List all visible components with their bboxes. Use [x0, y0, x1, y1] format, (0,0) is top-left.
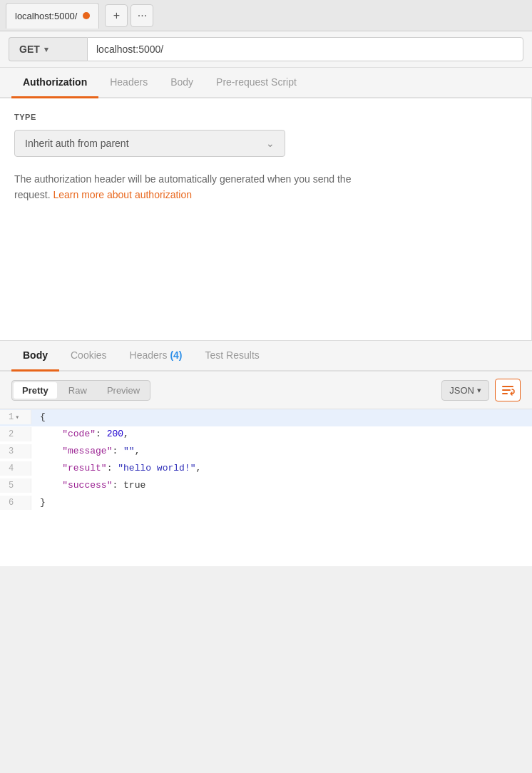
json-format-selector[interactable]: JSON ▾ — [441, 380, 489, 401]
code-line-5: 5 "success": true — [0, 478, 532, 495]
collapse-arrow-icon[interactable]: ▾ — [15, 413, 19, 421]
browser-tab[interactable]: localhost:5000/ — [6, 3, 99, 29]
resp-tab-body-label: Body — [23, 349, 48, 361]
line-num-3: 3 — [0, 444, 31, 459]
code-body: 1 ▾ { 2 "code": 200, 3 "message": "", 4 … — [0, 409, 532, 566]
code-line-4: 4 "result": "hello world!", — [0, 461, 532, 478]
format-pretty-label: Pretty — [22, 385, 48, 396]
auth-info-text: The authorization header will be automat… — [14, 171, 371, 203]
svg-rect-1 — [502, 389, 511, 391]
url-input[interactable] — [87, 37, 523, 61]
response-tabs: Body Cookies Headers (4) Test Results — [0, 341, 532, 372]
tab-dot-indicator — [83, 12, 90, 19]
tab-prerequest[interactable]: Pre-request Script — [205, 68, 308, 98]
more-options-button[interactable]: ··· — [131, 4, 153, 27]
tab-headers[interactable]: Headers — [98, 68, 159, 98]
type-label: TYPE — [14, 113, 518, 121]
tab-body[interactable]: Body — [159, 68, 205, 98]
headers-count-badge: (4) — [170, 349, 182, 361]
wrap-icon — [501, 383, 515, 397]
tab-actions: + ··· — [105, 4, 153, 27]
line-num-2: 2 — [0, 427, 31, 441]
json-chevron-icon: ▾ — [477, 386, 481, 395]
tab-authorization[interactable]: Authorization — [11, 68, 98, 98]
line-content-3: "message": "", — [31, 444, 148, 459]
response-toolbar: Pretty Raw Preview JSON ▾ — [0, 372, 532, 409]
resp-tab-headers[interactable]: Headers (4) — [118, 341, 194, 372]
line-num-5: 5 — [0, 478, 31, 493]
auth-panel: TYPE Inherit auth from parent ⌄ The auth… — [0, 98, 532, 341]
json-label: JSON — [449, 385, 474, 396]
svg-rect-2 — [502, 393, 508, 394]
plus-icon: + — [113, 9, 120, 22]
line-content-6: } — [31, 495, 54, 510]
resp-tab-test-results[interactable]: Test Results — [194, 341, 271, 372]
line-num-1: 1 ▾ — [0, 410, 31, 424]
tab-title: localhost:5000/ — [15, 11, 77, 21]
tab-prerequest-label: Pre-request Script — [216, 76, 297, 88]
tab-headers-label: Headers — [110, 76, 148, 88]
resp-tab-headers-label: Headers — [130, 349, 170, 361]
line-content-5: "success": true — [31, 478, 154, 493]
format-preview[interactable]: Preview — [97, 381, 150, 400]
line-content-4: "result": "hello world!", — [31, 461, 210, 476]
format-tabs: Pretty Raw Preview — [11, 380, 150, 401]
resp-tab-cookies[interactable]: Cookies — [59, 341, 118, 372]
auth-type-chevron-icon: ⌄ — [266, 138, 275, 149]
auth-learn-more-link[interactable]: Learn more about authorization — [53, 189, 192, 200]
code-line-1: 1 ▾ { — [0, 409, 532, 426]
word-wrap-button[interactable] — [495, 379, 521, 401]
line-num-6: 6 — [0, 496, 31, 510]
line-content-2: "code": 200, — [31, 426, 138, 441]
auth-type-dropdown[interactable]: Inherit auth from parent ⌄ — [14, 130, 285, 157]
code-line-2: 2 "code": 200, — [0, 426, 532, 444]
resp-tab-test-results-label: Test Results — [205, 349, 260, 361]
tab-authorization-label: Authorization — [23, 76, 87, 88]
method-chevron-icon: ▾ — [44, 45, 48, 54]
ellipsis-icon: ··· — [138, 9, 147, 22]
method-label: GET — [19, 43, 40, 55]
code-line-6: 6 } — [0, 495, 532, 512]
auth-type-value: Inherit auth from parent — [25, 138, 129, 149]
request-tabs: Authorization Headers Body Pre-request S… — [0, 68, 532, 98]
resp-tab-cookies-label: Cookies — [71, 349, 107, 361]
url-bar: GET ▾ — [0, 31, 532, 68]
format-raw[interactable]: Raw — [58, 381, 97, 400]
new-tab-button[interactable]: + — [105, 4, 128, 27]
format-preview-label: Preview — [107, 385, 140, 396]
svg-rect-0 — [502, 386, 513, 387]
tab-bar: localhost:5000/ + ··· — [0, 0, 532, 31]
tab-body-label: Body — [170, 76, 193, 88]
method-dropdown[interactable]: GET ▾ — [9, 37, 87, 61]
line-content-1: { — [31, 409, 54, 424]
resp-tab-body[interactable]: Body — [11, 341, 59, 372]
line-num-4: 4 — [0, 461, 31, 476]
code-line-3: 3 "message": "", — [0, 444, 532, 461]
format-raw-label: Raw — [68, 385, 87, 396]
format-pretty[interactable]: Pretty — [14, 382, 57, 399]
